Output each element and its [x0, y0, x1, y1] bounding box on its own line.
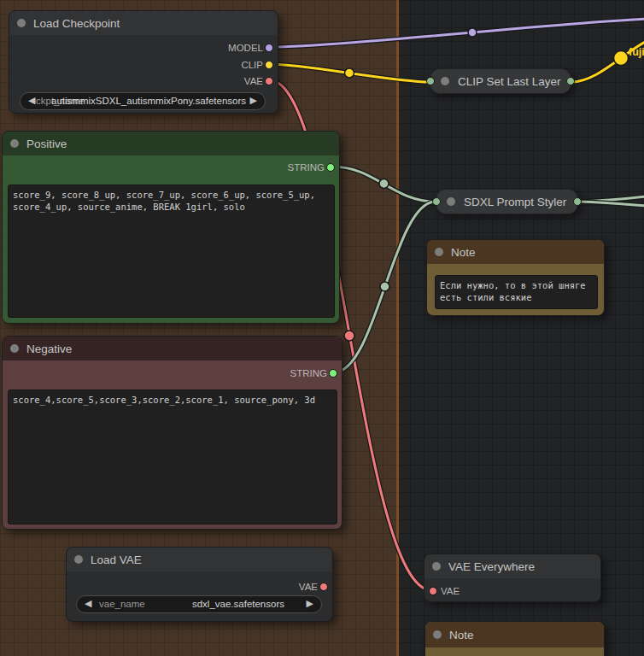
collapsed-input-dot[interactable]: [426, 77, 435, 85]
output-slot-model: MODEL: [9, 40, 278, 56]
node-title: CLIP Set Last Layer: [458, 75, 561, 88]
combo-next-arrow[interactable]: ▶: [307, 598, 313, 609]
combo-label: vae_name: [99, 599, 145, 609]
output-slot-vae: VAE: [67, 579, 332, 594]
positive-titlebar[interactable]: Positive: [3, 132, 339, 155]
positive-prompt-textarea[interactable]: score_9, score_8_up, score_7_up, score_6…: [8, 184, 335, 318]
collapse-dot[interactable]: [433, 630, 442, 639]
load-vae-titlebar[interactable]: Load VAE: [67, 548, 332, 571]
node-note-top[interactable]: Note Если нужно, то в этой шняге есть ст…: [426, 239, 605, 316]
node-positive[interactable]: Positive STRING score_9, score_8_up, sco…: [2, 131, 340, 324]
node-title: Note: [449, 629, 474, 641]
wire-label: fujin: [629, 46, 644, 58]
node-title: Positive: [26, 138, 67, 150]
slot-label: VAE: [299, 582, 318, 592]
vae-link-dot[interactable]: [344, 331, 354, 341]
combo-next-arrow[interactable]: ▶: [250, 95, 257, 106]
slot-label: STRING: [288, 162, 325, 173]
node-negative[interactable]: Negative STRING score_4,score_5,score_3,…: [2, 336, 342, 530]
ckpt-name-combo[interactable]: ◀ ckpt_name autismmixSDXL_autismmixPony.…: [20, 92, 266, 110]
collapse-dot[interactable]: [435, 248, 443, 256]
node-title: SDXL Prompt Styler: [464, 196, 566, 208]
input-slot-vae: VAE: [424, 583, 600, 599]
node-sdxl-prompt-styler[interactable]: SDXL Prompt Styler: [436, 189, 578, 214]
collapse-dot[interactable]: [441, 77, 449, 85]
vae-name-combo[interactable]: ◀ vae_name sdxl_vae.safetensors ▶: [76, 595, 322, 613]
collapse-dot[interactable]: [74, 555, 83, 564]
negative-prompt-textarea[interactable]: score_4,score_5,score_3,score_2,score_1,…: [8, 390, 337, 524]
slot-label: CLIP: [241, 60, 263, 70]
collapsed-output-dot[interactable]: [566, 77, 575, 85]
clip-link-2: [571, 34, 644, 82]
string-link-dot-neg[interactable]: [380, 282, 389, 291]
clip-link-dot[interactable]: [345, 68, 354, 78]
note-titlebar[interactable]: Note: [425, 622, 604, 647]
slot-label: STRING: [290, 368, 327, 378]
combo-value: sdxl_vae.safetensors: [192, 599, 284, 609]
vae-output-dot[interactable]: [265, 77, 273, 85]
clip-output-dot[interactable]: [265, 61, 273, 69]
model-link-dot[interactable]: [468, 28, 477, 37]
slot-label: VAE: [441, 586, 460, 596]
node-graph-canvas[interactable]: fujin Load Checkpoint MODEL CLIP VAE ◀ c…: [0, 0, 644, 656]
collapsed-output-dot[interactable]: [573, 197, 582, 206]
note-textarea[interactable]: Если нужно, то в этой шняге есть стили в…: [435, 275, 598, 309]
node-note-bottom[interactable]: Note: [424, 621, 605, 656]
node-title: VAE Everywhere: [448, 560, 535, 573]
collapse-dot[interactable]: [17, 19, 26, 27]
string-link-dot-pos[interactable]: [379, 179, 389, 189]
output-slot-string: STRING: [3, 160, 339, 175]
slot-label: MODEL: [228, 43, 263, 53]
load-checkpoint-titlebar[interactable]: Load Checkpoint: [9, 11, 278, 35]
string-output-dot[interactable]: [329, 369, 337, 378]
combo-prev-arrow[interactable]: ◀: [85, 598, 91, 609]
collapse-dot[interactable]: [10, 344, 19, 353]
node-title: Note: [451, 246, 476, 259]
node-vae-everywhere[interactable]: VAE Everywhere VAE: [424, 554, 601, 602]
vae-output-dot[interactable]: [319, 583, 328, 591]
model-output-dot[interactable]: [265, 44, 273, 52]
clip-link-2-outline: [571, 34, 644, 82]
vae-input-dot[interactable]: [429, 587, 437, 595]
negative-titlebar[interactable]: Negative: [3, 337, 342, 360]
collapsed-input-dot[interactable]: [432, 197, 441, 206]
collapse-dot[interactable]: [447, 197, 455, 206]
node-clip-set-last-layer[interactable]: CLIP Set Last Layer: [430, 68, 571, 94]
combo-value: autismmixSDXL_autismmixPony.safetensors: [51, 96, 246, 106]
vae-everywhere-titlebar[interactable]: VAE Everywhere: [424, 554, 600, 578]
clip-link-dot-large[interactable]: [614, 51, 629, 66]
output-slot-clip: CLIP: [9, 57, 278, 73]
node-load-checkpoint[interactable]: Load Checkpoint MODEL CLIP VAE ◀ ckpt_na…: [9, 10, 278, 114]
output-slot-string: STRING: [3, 366, 342, 381]
node-title: Load VAE: [91, 554, 142, 566]
collapse-dot[interactable]: [10, 139, 19, 148]
node-title: Negative: [26, 343, 72, 355]
slot-label: VAE: [244, 76, 263, 86]
output-slot-vae: VAE: [9, 73, 278, 89]
collapse-dot[interactable]: [432, 562, 441, 571]
string-output-dot[interactable]: [326, 163, 335, 172]
combo-prev-arrow[interactable]: ◀: [28, 95, 35, 106]
node-load-vae[interactable]: Load VAE VAE ◀ vae_name sdxl_vae.safeten…: [66, 547, 333, 622]
note-titlebar[interactable]: Note: [427, 240, 604, 264]
node-title: Load Checkpoint: [33, 17, 120, 30]
